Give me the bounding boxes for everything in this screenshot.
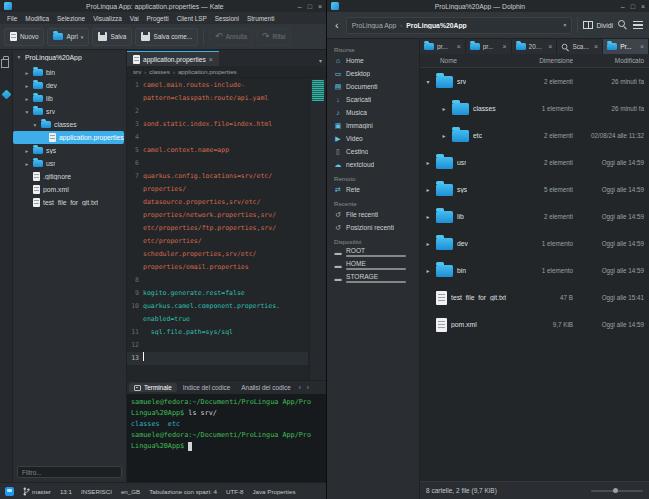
place-root[interactable]: ▬ROOT: [327, 246, 419, 259]
place-documenti[interactable]: ▤Documenti: [327, 80, 419, 93]
tree-item-dev[interactable]: ▸dev: [13, 79, 126, 92]
tree-item-sys[interactable]: ▸sys: [13, 144, 126, 157]
column-header-name[interactable]: Nome: [420, 57, 523, 64]
menu-visualizza[interactable]: Visualizza: [89, 14, 126, 23]
place-video[interactable]: ▶Video: [327, 132, 419, 145]
tab-2-pr[interactable]: pr...×: [466, 39, 512, 54]
expander-icon[interactable]: ▾: [424, 78, 432, 85]
breadcrumb-item-classes[interactable]: classes: [149, 68, 170, 75]
place-home[interactable]: ⌂Home: [327, 54, 419, 67]
tab-5-pr[interactable]: Pr...×: [603, 39, 649, 54]
menu-selezione[interactable]: Selezione: [53, 14, 89, 23]
close-icon[interactable]: ×: [457, 43, 461, 50]
rifai-button[interactable]: ↷Rifai: [256, 28, 291, 46]
tree-item-pom-xml[interactable]: pom.xml: [13, 183, 126, 196]
close-icon[interactable]: ×: [640, 43, 644, 50]
menu-modifica[interactable]: Modifica: [21, 14, 53, 23]
terminal[interactable]: samuele@fedora:~/Documenti/ProLingua App…: [127, 394, 326, 482]
place-cestino[interactable]: ▯Cestino: [327, 145, 419, 158]
tab-3-2025-0[interactable]: 2025-0...×: [512, 39, 558, 54]
close-icon[interactable]: ×: [548, 43, 552, 50]
file-row-etc[interactable]: ▸etc2 elementi02/08/24 alle 11:32: [420, 122, 649, 149]
menu-strumenti[interactable]: Strumenti: [243, 14, 278, 23]
syntax-mode[interactable]: Java Properties: [252, 488, 295, 495]
tree-item-application-properties[interactable]: application.properties: [13, 131, 124, 144]
file-row-dev[interactable]: ▸dev1 elementoOggi alle 14:59: [420, 230, 649, 257]
place-scaricati[interactable]: ↓Scaricati: [327, 93, 419, 106]
dolphin-titlebar[interactable]: ProLingua%20App — Dolphin: [327, 0, 649, 12]
tree-item-usr[interactable]: ▸usr: [13, 157, 126, 170]
search-icon[interactable]: [618, 20, 628, 30]
expander-icon[interactable]: ▸: [424, 213, 432, 220]
tab-1-pr[interactable]: pr...×: [420, 39, 466, 54]
place-immagini[interactable]: ▣Immagini: [327, 119, 419, 132]
projects-sidebar-icon[interactable]: [1, 90, 11, 100]
tree-item-test-file-for-git-txt[interactable]: test_file_for_git.txt: [13, 196, 126, 209]
split-button[interactable]: Dividi: [583, 21, 613, 29]
place-posizioni-recenti[interactable]: ↺Posizioni recenti: [327, 221, 419, 234]
encoding[interactable]: UTF-8: [226, 488, 244, 495]
breadcrumb-item-srv[interactable]: srv: [133, 68, 141, 75]
tree-item-classes[interactable]: ▾classes: [13, 118, 126, 131]
chevron-down-icon[interactable]: ▾: [564, 22, 567, 28]
menu-client-lsp[interactable]: Client LSP: [173, 14, 211, 23]
tree-item-gitignore[interactable]: .gitignore: [13, 170, 126, 183]
file-row-srv[interactable]: ▾srv2 elementi26 minuti fa: [420, 68, 649, 95]
scroll-left-icon[interactable]: ‹: [296, 384, 304, 391]
menu-sessioni[interactable]: Sessioni: [211, 14, 243, 23]
kate-titlebar[interactable]: ProLingua App: application.properties — …: [0, 0, 326, 12]
close-icon[interactable]: ×: [503, 43, 507, 50]
file-row-classes[interactable]: ▸classes1 elemento26 minuti fa: [420, 95, 649, 122]
tab-4-sca[interactable]: Sca...×: [557, 39, 603, 54]
column-header-size[interactable]: Dimensione: [523, 57, 573, 64]
tab-list-button[interactable]: ▾: [319, 57, 326, 66]
location-bar[interactable]: ProLingua App›ProLingua%20App ▾: [346, 17, 573, 34]
menu-progetti[interactable]: Progetti: [143, 14, 173, 23]
zoom-slider[interactable]: [591, 490, 643, 492]
place-storage[interactable]: ▬STORAGE: [327, 272, 419, 285]
salva-button[interactable]: Salva: [92, 28, 132, 46]
code-editor[interactable]: 1camel.main.routes-include-pattern=class…: [127, 78, 326, 380]
breadcrumb-item-prolingua-app[interactable]: ProLingua App: [352, 22, 397, 29]
git-branch[interactable]: master: [23, 487, 51, 496]
minimize-button[interactable]: [621, 3, 625, 10]
place-desktop[interactable]: ▭Desktop: [327, 67, 419, 80]
file-list[interactable]: ▾srv2 elementi26 minuti fa▸classes1 elem…: [420, 68, 649, 481]
nuovo-button[interactable]: Nuovo: [4, 28, 44, 46]
expander-icon[interactable]: ▸: [424, 240, 432, 247]
salva-come-button[interactable]: Salva come...: [135, 28, 198, 46]
place-nextcloud[interactable]: ☁nextcloud: [327, 158, 419, 171]
file-row-pom-xml[interactable]: pom.xml9,7 KiBOggi alle 14:59: [420, 311, 649, 338]
tree-item-lib[interactable]: ▸lib: [13, 92, 126, 105]
bottom-tab-indice-del-codice[interactable]: Indice del codice: [178, 383, 236, 392]
file-row-usr[interactable]: ▸usr2 elementiOggi alle 14:59: [420, 149, 649, 176]
place-rete[interactable]: ⇄Rete: [327, 183, 419, 196]
expander-icon[interactable]: ▸: [424, 186, 432, 193]
menu-vai[interactable]: Vai: [126, 14, 143, 23]
editor-tab-application-properties[interactable]: application.properties ×: [127, 51, 219, 66]
file-row-sys[interactable]: ▸sys5 elementiOggi alle 14:59: [420, 176, 649, 203]
expander-icon[interactable]: ▸: [424, 267, 432, 274]
close-icon[interactable]: ×: [594, 43, 598, 50]
file-row-lib[interactable]: ▸lib2 elementiOggi alle 14:59: [420, 203, 649, 230]
place-file-recenti[interactable]: ↺File recenti: [327, 208, 419, 221]
menu-file[interactable]: File: [3, 14, 21, 23]
tree-item-bin[interactable]: ▸bin: [13, 66, 126, 79]
close-icon[interactable]: ×: [209, 56, 213, 63]
project-root[interactable]: ▾ ProLingua%20App: [13, 50, 126, 64]
zoom-slider-handle[interactable]: [613, 488, 618, 493]
expander-icon[interactable]: ▸: [424, 159, 432, 166]
expander-icon[interactable]: ▸: [440, 105, 448, 112]
expander-icon[interactable]: ▸: [440, 132, 448, 139]
project-filter-input[interactable]: [17, 466, 122, 478]
indentation-mode[interactable]: Tabulazione con spazi: 4: [149, 488, 217, 495]
place-home[interactable]: ▬HOME: [327, 259, 419, 272]
place-musica[interactable]: ♪Musica: [327, 106, 419, 119]
breadcrumb-item-application-properties[interactable]: application.properties: [178, 68, 237, 75]
apri-button[interactable]: Apri▾: [47, 28, 89, 46]
back-button[interactable]: ‹: [333, 20, 341, 31]
maximize-button[interactable]: [308, 3, 312, 10]
file-row-bin[interactable]: ▸bin1 elementoOggi alle 14:59: [420, 257, 649, 284]
dictionary[interactable]: en_GB: [121, 488, 140, 495]
documents-sidebar-icon[interactable]: [3, 56, 9, 63]
